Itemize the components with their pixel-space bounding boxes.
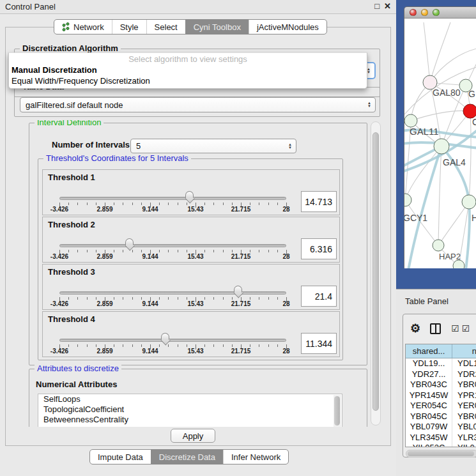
threshold-value-field[interactable]: 6.316: [301, 238, 337, 259]
slider-thumb[interactable]: [125, 238, 135, 250]
network-node-hap2[interactable]: [433, 240, 444, 251]
network-canvas[interactable]: GAL80GCGAL11GAL4GCY1HHAP2: [404, 19, 476, 268]
checkbox-icon[interactable]: ☑: [462, 324, 470, 333]
slider-scale-label: 28: [270, 253, 303, 260]
network-icon: [62, 22, 70, 32]
column-header-2[interactable]: n: [452, 344, 476, 358]
table-row[interactable]: YDL19...YDL1: [406, 358, 476, 369]
mac-close-button[interactable]: [410, 9, 417, 16]
scrollbar-thumb[interactable]: [334, 396, 340, 426]
slider-tick: [259, 344, 259, 347]
slider-tick: [232, 344, 233, 347]
threshold-1-box: Threshold 1-3.4262.8599.14415.4321.71528…: [42, 169, 340, 215]
algorithm-option-1[interactable]: Manual Discretization: [9, 65, 367, 75]
tab-style[interactable]: Style: [112, 20, 146, 34]
table-row[interactable]: YBR043CYBR0: [406, 380, 476, 390]
algorithm-option-2[interactable]: Equal Width/Frequency Discretization: [9, 75, 367, 86]
network-node-red[interactable]: [463, 104, 476, 118]
attributes-list-scrollbar[interactable]: [334, 395, 341, 427]
network-node-gcy1[interactable]: [404, 194, 411, 206]
slider-scale-label: 28: [270, 348, 303, 355]
tab-network[interactable]: Network: [54, 20, 112, 34]
slider-scale-label: 21.715: [224, 206, 257, 213]
slider-tick: [204, 203, 205, 205]
network-edge: [438, 202, 469, 245]
table-cell: YDR2: [452, 369, 476, 380]
network-node-gal11[interactable]: [404, 114, 417, 127]
numerical-attributes-list[interactable]: SelfLoopsTopologicalCoefficientBetweenne…: [38, 394, 342, 427]
table-cell: YPR145W: [406, 390, 452, 401]
slider-track[interactable]: [59, 197, 286, 200]
screen: Control Panel □ ✕ NetworkStyleSelectCyni…: [0, 0, 476, 476]
column-header-1[interactable]: shared...: [406, 344, 452, 358]
threshold-value-field[interactable]: 21.4: [301, 286, 337, 307]
network-node-label: C: [472, 117, 476, 127]
slider-tick: [232, 297, 233, 300]
slider-thumb[interactable]: [185, 191, 195, 203]
settings-scrollpane: Interval Definition Number of Intervals …: [14, 120, 369, 427]
attribute-item[interactable]: SelfLoops: [38, 394, 342, 404]
slider-scale-label: 2.859: [88, 300, 121, 307]
slider-tick: [187, 297, 187, 300]
table-row[interactable]: YDR27...YDR2: [406, 369, 476, 380]
bottom-tab-impute-data[interactable]: Impute Data: [90, 450, 151, 464]
table-row[interactable]: YER054CYER0: [406, 401, 476, 411]
slider-tick: [159, 297, 160, 300]
table-row[interactable]: YBL079WYBL0: [406, 422, 476, 433]
slider-track[interactable]: [59, 244, 286, 247]
table-row[interactable]: YPR145WYPR1: [406, 390, 476, 401]
settings-scrollbar[interactable]: [371, 121, 381, 426]
table-horizontal-scrollbar[interactable]: [406, 450, 476, 457]
gear-icon[interactable]: ⚙: [410, 323, 420, 334]
scrollbar-thumb[interactable]: [408, 451, 474, 456]
network-node-gal4[interactable]: [434, 139, 449, 154]
slider-scale-label: 9.144: [134, 348, 167, 355]
table-data-combobox[interactable]: galFiltered.sif default node ▲▼: [20, 97, 376, 112]
table-row[interactable]: YIL052CYIL0: [406, 443, 476, 447]
tab-select[interactable]: Select: [146, 20, 185, 34]
slider-tick: [159, 203, 160, 205]
slider-tick: [232, 203, 233, 205]
network-node-label: H: [472, 213, 476, 223]
slider-thumb-cap: [161, 333, 169, 340]
column-browser-icon[interactable]: [430, 323, 441, 334]
tab-cyni-toolbox[interactable]: Cyni Toolbox: [185, 20, 249, 34]
attribute-item[interactable]: TopologicalCoefficient: [38, 404, 342, 415]
slider-track[interactable]: [59, 339, 286, 342]
slider-tick: [223, 250, 224, 252]
slider-tick: [277, 344, 278, 347]
mac-zoom-button[interactable]: [433, 9, 440, 16]
panel-title: Control Panel: [5, 2, 56, 12]
algorithm-placeholder-option[interactable]: Select algorithm to view settings: [9, 53, 367, 65]
network-node-h[interactable]: [462, 195, 476, 209]
slider-track[interactable]: [59, 291, 286, 295]
scrollbar-thumb[interactable]: [372, 132, 379, 411]
threshold-value-field[interactable]: 14.713: [301, 191, 337, 212]
top-tabbar: NetworkStyleSelectCyni ToolboxjActiveMNo…: [54, 19, 327, 35]
network-node-node-bottom[interactable]: [453, 260, 464, 268]
slider-scale-label: 2.859: [88, 348, 121, 355]
slider-tick: [77, 344, 78, 347]
float-window-icon[interactable]: □: [374, 1, 380, 11]
table-panel-region: Table Panel ⚙ ☑ ☑ shared...n YDL19...YDL…: [396, 289, 476, 476]
table-row[interactable]: YLR345WYLR3: [406, 433, 476, 443]
mac-minimize-button[interactable]: [421, 9, 428, 16]
bottom-tab-infer-network[interactable]: Infer Network: [223, 450, 288, 464]
threshold-2-box: Threshold 2-3.4262.8599.14415.4321.71528…: [42, 217, 340, 263]
attribute-item[interactable]: BetweennessCentrality: [38, 415, 342, 425]
table-cell: YER0: [452, 401, 476, 411]
slider-thumb[interactable]: [234, 286, 243, 298]
threshold-value-field[interactable]: 11.344: [301, 333, 337, 354]
slider-scale-label: 9.144: [134, 253, 167, 260]
tab-jactivemnodules[interactable]: jActiveMNodules: [249, 20, 326, 34]
number-of-intervals-combobox[interactable]: 5 ▲▼: [130, 139, 296, 153]
bottom-tab-discretize-data[interactable]: Discretize Data: [151, 450, 223, 464]
close-panel-icon[interactable]: ✕: [384, 1, 391, 11]
slider-tick: [114, 344, 114, 347]
table-row[interactable]: YBR045CYBR0: [406, 411, 476, 422]
slider-thumb[interactable]: [161, 333, 171, 345]
slider-scale-label: 28: [270, 206, 303, 213]
apply-button[interactable]: Apply: [171, 429, 215, 443]
attributes-group: Attributes to discretize Numerical Attri…: [29, 369, 367, 427]
checkbox-icon[interactable]: ☑: [451, 324, 459, 333]
